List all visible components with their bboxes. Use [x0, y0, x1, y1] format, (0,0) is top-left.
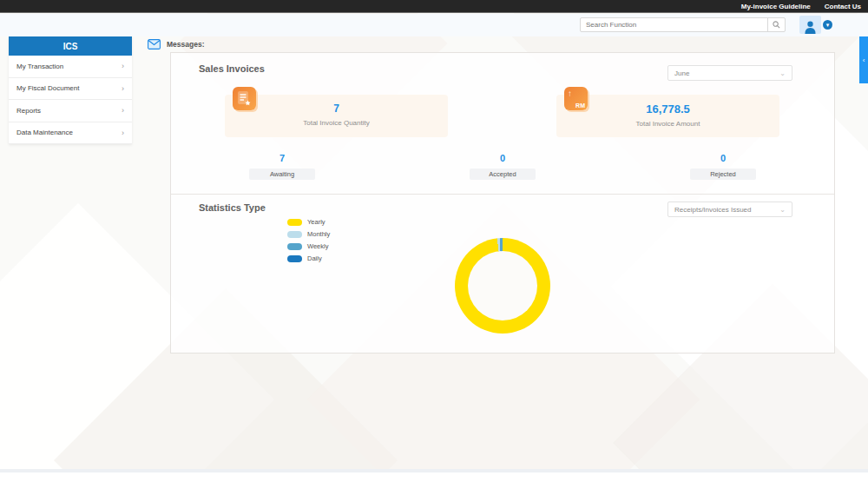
- chevron-down-icon: ⌄: [779, 69, 786, 77]
- dashboard-card: Sales Invoices June ⌄ 7 Total Invoice Qu…: [170, 52, 835, 354]
- sidebar-item-label: My Transaction: [16, 63, 63, 70]
- user-icon: [804, 20, 817, 34]
- legend-item-weekly[interactable]: Weekly: [287, 242, 330, 250]
- total-invoice-amount-label: Total Invoice Amount: [556, 120, 779, 128]
- rejected-label: Rejected: [690, 169, 756, 180]
- guideline-link[interactable]: My-invoice Guideline: [741, 3, 811, 10]
- legend-item-yearly[interactable]: Yearly: [287, 218, 330, 226]
- header-band: ▾: [0, 14, 868, 36]
- legend-label: Yearly: [307, 218, 326, 226]
- month-filter-value: June: [674, 69, 689, 77]
- legend-label: Weekly: [307, 242, 328, 250]
- total-invoice-amount-value: 16,778.5: [556, 102, 779, 116]
- total-invoice-quantity-label: Total Invoice Quantity: [225, 119, 448, 127]
- legend-item-monthly[interactable]: Monthly: [287, 230, 330, 238]
- chevron-right-icon: ›: [122, 84, 124, 93]
- sidebar-item-label: Reports: [16, 107, 41, 115]
- total-invoice-quantity-value: 7: [225, 102, 448, 115]
- chevron-right-icon: ›: [122, 62, 124, 70]
- search-box: [580, 17, 786, 32]
- sales-invoices-title: Sales Invoices: [199, 63, 265, 74]
- up-arrow-icon: ↑: [568, 89, 572, 98]
- accepted-counter: 0 Accepted: [450, 153, 555, 180]
- chevron-left-icon: ‹: [863, 56, 865, 64]
- donut-chart: [455, 238, 550, 334]
- sidebar-item-my-transaction[interactable]: My Transaction ›: [9, 56, 132, 78]
- accepted-value: 0: [450, 153, 555, 163]
- legend-swatch: [287, 219, 302, 226]
- contact-us-link[interactable]: Contact Us: [825, 3, 861, 10]
- rm-label: RM: [575, 102, 585, 109]
- total-invoice-amount-card: ↑ RM 16,778.5 Total Invoice Amount: [556, 95, 779, 137]
- sidebar-item-reports[interactable]: Reports ›: [9, 100, 132, 122]
- rejected-counter: 0 Rejected: [671, 153, 775, 180]
- accepted-label: Accepted: [470, 169, 536, 180]
- invoice-document-icon: [233, 87, 256, 110]
- sidebar-item-label: My Fiscal Document: [16, 84, 79, 92]
- account-menu-toggle[interactable]: ▾: [823, 20, 832, 30]
- sidebar: ICS My Transaction › My Fiscal Document …: [9, 36, 132, 144]
- legend-item-daily[interactable]: Daily: [287, 254, 330, 262]
- chevron-down-icon: ▾: [826, 22, 830, 28]
- sidebar-item-label: Data Maintenance: [16, 129, 73, 136]
- sidebar-title: ICS: [9, 36, 132, 56]
- legend-swatch: [287, 231, 302, 238]
- statistics-filter-dropdown[interactable]: Receipts/Invoices Issued ⌄: [667, 202, 792, 217]
- search-icon: [773, 21, 780, 29]
- section-divider: [171, 194, 834, 195]
- messages-bar[interactable]: Messages:: [148, 39, 204, 50]
- sidebar-item-my-fiscal-document[interactable]: My Fiscal Document ›: [9, 78, 132, 101]
- chevron-right-icon: ›: [122, 129, 124, 137]
- awaiting-value: 7: [230, 153, 334, 163]
- legend-label: Monthly: [307, 230, 330, 238]
- month-filter-dropdown[interactable]: June ⌄: [667, 65, 792, 81]
- statistics-type-title: Statistics Type: [199, 202, 266, 213]
- rm-currency-icon: ↑ RM: [564, 87, 588, 110]
- sidebar-item-data-maintenance[interactable]: Data Maintenance ›: [9, 122, 132, 145]
- search-button[interactable]: [767, 18, 785, 31]
- legend-swatch: [287, 243, 302, 250]
- chevron-right-icon: ›: [122, 106, 124, 115]
- rejected-value: 0: [671, 153, 775, 163]
- panel-collapse-tab[interactable]: ‹: [859, 36, 868, 83]
- top-utility-bar: My-invoice Guideline Contact Us: [0, 0, 868, 13]
- user-profile-button[interactable]: [799, 16, 821, 34]
- statistics-filter-value: Receipts/Invoices Issued: [674, 206, 752, 214]
- messages-label: Messages:: [167, 40, 204, 49]
- app-window: My-invoice Guideline Contact Us ▾ ‹: [0, 0, 868, 489]
- chart-legend: Yearly Monthly Weekly Daily: [287, 218, 330, 267]
- total-invoice-quantity-card: 7 Total Invoice Quantity: [225, 95, 448, 137]
- legend-label: Daily: [307, 254, 322, 262]
- legend-swatch: [287, 255, 302, 262]
- awaiting-label: Awaiting: [249, 169, 315, 180]
- awaiting-counter: 7 Awaiting: [230, 153, 334, 180]
- search-input[interactable]: [581, 18, 767, 31]
- envelope-icon: [148, 39, 161, 50]
- chevron-down-icon: ⌄: [779, 206, 786, 214]
- footer: [0, 472, 868, 489]
